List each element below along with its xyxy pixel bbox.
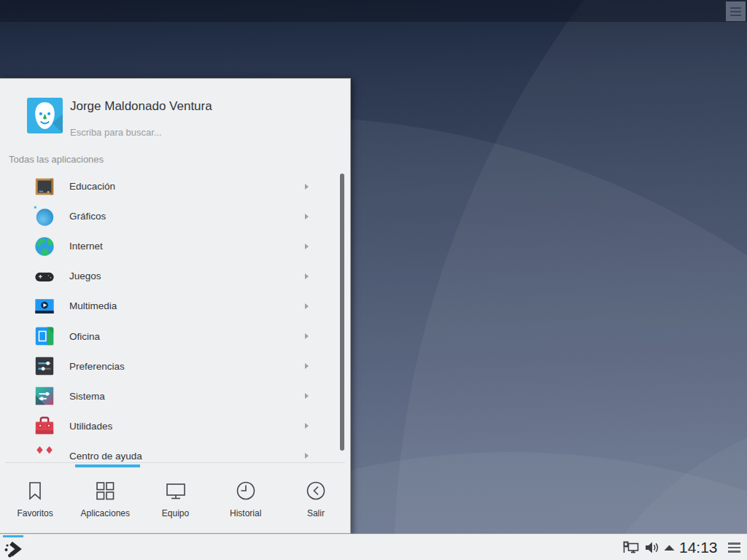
tab-label: Historial: [230, 508, 261, 518]
wallpaper-top-band: [0, 0, 747, 22]
tab-favoritos[interactable]: Favoritos: [0, 467, 70, 534]
internet-globe-icon: [34, 236, 55, 257]
category-row-centro-de-ayuda[interactable]: Centro de ayuda: [0, 441, 339, 462]
leave-icon: [303, 478, 328, 503]
utilities-toolbox-icon: [34, 415, 55, 437]
application-launcher-button[interactable]: [2, 534, 24, 560]
application-launcher-menu: Jorge Maldonado Ventura Todas las aplica…: [0, 78, 351, 534]
digital-clock[interactable]: 14:13: [679, 534, 718, 560]
category-row-preferencias[interactable]: Preferencias: [0, 351, 339, 381]
application-category-list: Educación Gráficos Internet Juegos Multi…: [0, 171, 339, 462]
tab-label: Salir: [307, 508, 325, 518]
user-avatar[interactable]: [27, 98, 63, 133]
category-row-utilidades[interactable]: Utilidades: [0, 411, 339, 441]
expand-arrow-icon[interactable]: [664, 534, 675, 560]
tab-salir[interactable]: Salir: [281, 467, 351, 534]
tab-equipo[interactable]: Equipo: [140, 467, 210, 534]
submenu-arrow-icon: [305, 423, 309, 429]
category-row-internet[interactable]: Internet: [0, 231, 339, 261]
submenu-arrow-icon: [305, 214, 309, 219]
multimedia-player-icon: [34, 295, 55, 317]
wallpaper-arc: [394, 0, 747, 560]
launcher-tabbar: Favoritos Aplicaciones Equipo Historial …: [0, 467, 351, 534]
category-label: Sistema: [69, 391, 105, 402]
all-applications-label: Todas las aplicaciones: [9, 154, 104, 165]
volume-icon[interactable]: [643, 534, 659, 560]
hamburger-icon: [728, 551, 740, 553]
desktop: Jorge Maldonado Ventura Todas las aplica…: [0, 0, 747, 560]
graphics-sphere-icon: [34, 206, 55, 228]
hamburger-icon: [730, 15, 741, 16]
network-icon[interactable]: [622, 534, 640, 560]
hamburger-icon: [728, 547, 740, 549]
category-row-educaci-n[interactable]: Educación: [0, 171, 339, 201]
category-row-oficina[interactable]: Oficina: [0, 321, 339, 351]
games-gamepad-icon: [34, 265, 55, 287]
preferences-sliders-icon: [34, 355, 55, 377]
category-row-gr-ficos[interactable]: Gráficos: [0, 201, 339, 231]
category-label: Oficina: [69, 331, 100, 342]
hamburger-icon: [730, 7, 741, 9]
tab-label: Favoritos: [17, 508, 53, 518]
bookmark-icon: [23, 478, 47, 503]
category-label: Multimedia: [69, 300, 117, 311]
bottom-panel: 14:13: [0, 534, 747, 560]
category-label: Utilidades: [69, 421, 112, 432]
tab-label: Aplicaciones: [81, 508, 130, 518]
category-row-multimedia[interactable]: Multimedia: [0, 291, 339, 321]
submenu-arrow-icon: [305, 244, 309, 249]
computer-icon: [163, 478, 188, 503]
submenu-arrow-icon: [305, 363, 309, 369]
category-row-juegos[interactable]: Juegos: [0, 261, 339, 291]
submenu-arrow-icon: [305, 453, 309, 459]
launcher-logo-icon: [4, 540, 23, 559]
submenu-arrow-icon: [305, 184, 309, 190]
submenu-arrow-icon: [305, 393, 309, 399]
tabbar-separator: [5, 462, 345, 463]
system-sliders-icon: [34, 385, 55, 407]
category-label: Juegos: [69, 271, 101, 281]
tab-aplicaciones[interactable]: Aplicaciones: [70, 467, 140, 534]
desktop-toolbox-button[interactable]: [726, 1, 746, 21]
category-label: Centro de ayuda: [69, 451, 142, 462]
clock-icon: [233, 478, 258, 503]
category-label: Educación: [69, 181, 115, 192]
user-name: Jorge Maldonado Ventura: [70, 99, 212, 114]
hamburger-icon: [730, 11, 741, 12]
list-scrollbar[interactable]: [340, 174, 344, 451]
submenu-arrow-icon: [305, 333, 309, 339]
education-blackboard-icon: [34, 176, 55, 198]
hamburger-icon: [728, 542, 740, 545]
office-document-icon: [34, 325, 55, 347]
category-label: Preferencias: [69, 361, 125, 372]
submenu-arrow-icon: [305, 273, 309, 279]
tab-label: Equipo: [162, 508, 189, 518]
category-row-sistema[interactable]: Sistema: [0, 381, 339, 411]
help-center-icon: [34, 445, 55, 462]
category-label: Internet: [69, 241, 103, 252]
tab-historial[interactable]: Historial: [211, 467, 281, 534]
category-label: Gráficos: [69, 211, 106, 222]
submenu-arrow-icon: [305, 303, 309, 309]
search-input[interactable]: [70, 124, 311, 140]
launcher-active-indicator: [3, 535, 23, 537]
panel-toolbox-button[interactable]: [725, 534, 743, 560]
apps-grid-icon: [93, 478, 117, 503]
